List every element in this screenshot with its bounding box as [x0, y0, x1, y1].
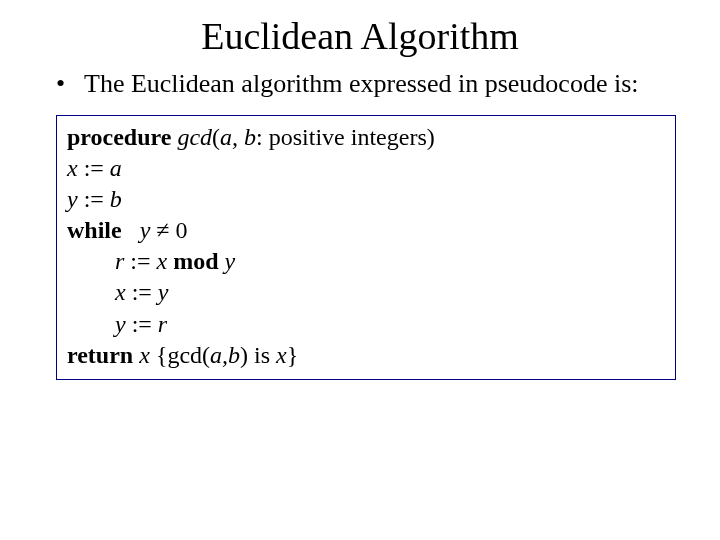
code-line-return: return x {gcd(a,b) is x} [67, 340, 665, 371]
pseudocode-box: procedure gcd(a, b: positive integers) x… [56, 115, 676, 381]
code-line-while: while y ≠ 0 [67, 215, 665, 246]
slide-title: Euclidean Algorithm [0, 14, 720, 58]
keyword-return: return [67, 342, 133, 368]
var-y: y [67, 186, 84, 212]
code-line-procedure: procedure gcd(a, b: positive integers) [67, 122, 665, 153]
return-comment-open: {gcd( [156, 342, 210, 368]
code-line-x-assign: x := a [67, 153, 665, 184]
while-space [122, 217, 140, 243]
assign-op: := [84, 186, 110, 212]
var-y2: y [225, 248, 236, 274]
assign-op: := [132, 279, 158, 305]
return-x: x [276, 342, 287, 368]
neq-symbol: ≠ [156, 217, 169, 243]
var-b: b [110, 186, 122, 212]
code-line-y-assign2: y := r [67, 309, 665, 340]
keyword-while: while [67, 217, 122, 243]
keyword-procedure: procedure [67, 124, 171, 150]
body-text: The Euclidean algorithm expressed in pse… [56, 68, 680, 101]
return-ab: a,b [210, 342, 240, 368]
var-y4: y [115, 311, 132, 337]
keyword-mod: mod [173, 248, 218, 274]
var-a: a [110, 155, 122, 181]
proc-name: gcd [177, 124, 212, 150]
assign-op: := [130, 248, 156, 274]
code-line-r-assign: r := x mod y [67, 246, 665, 277]
return-comment-close: } [287, 342, 299, 368]
var-x: x [67, 155, 84, 181]
var-r2: r [158, 311, 167, 337]
var-x3: x [115, 279, 132, 305]
return-var-x: x [139, 342, 156, 368]
var-x2: x [157, 248, 174, 274]
slide: Euclidean Algorithm The Euclidean algori… [0, 0, 720, 540]
return-comment-mid: ) is [240, 342, 276, 368]
proc-args-rest: : positive integers) [256, 124, 435, 150]
var-r: r [115, 248, 130, 274]
var-y3: y [158, 279, 169, 305]
assign-op: := [84, 155, 110, 181]
code-line-y-assign: y := b [67, 184, 665, 215]
proc-args-ab: a, b [220, 124, 256, 150]
zero: 0 [170, 217, 188, 243]
assign-op: := [132, 311, 158, 337]
bullet-item: The Euclidean algorithm expressed in pse… [56, 68, 680, 101]
code-line-x-assign2: x := y [67, 277, 665, 308]
proc-args-open: ( [212, 124, 220, 150]
while-var-y: y [140, 217, 157, 243]
